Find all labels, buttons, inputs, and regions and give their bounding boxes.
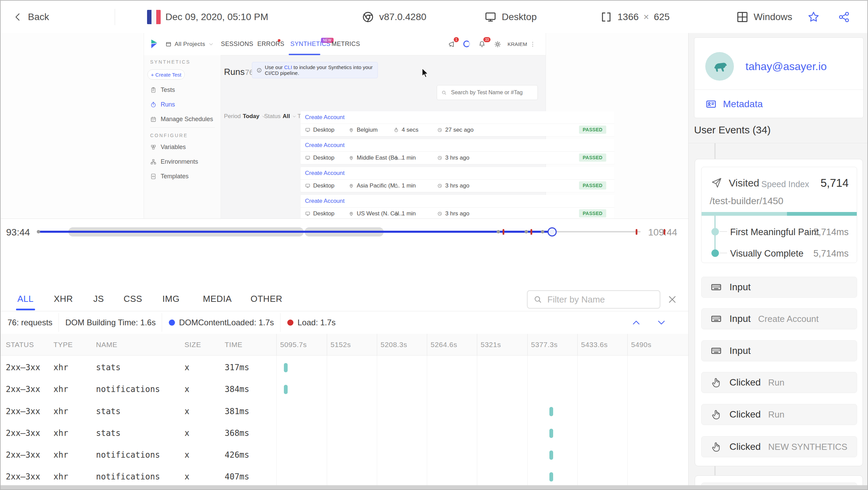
run-name-link[interactable]: Create Account bbox=[305, 198, 344, 205]
request-row[interactable]: 2xx–3xx xhr notifications x 384ms bbox=[1, 378, 688, 400]
captured-site: All Projects SESSIONS ERRORS SYNTHETICS … bbox=[144, 33, 546, 218]
tab-js[interactable]: JS bbox=[93, 288, 104, 310]
error-marker[interactable] bbox=[636, 229, 638, 235]
session-replay-app: Back Dec 09, 2020, 05:10 PM v87.0.4280 D… bbox=[0, 0, 868, 490]
filter-period[interactable]: PeriodToday bbox=[224, 113, 266, 120]
session-date: Dec 09, 2020, 05:10 PM bbox=[147, 1, 268, 33]
share-icon[interactable] bbox=[837, 10, 851, 24]
metric-name: First Meaningful Paint bbox=[730, 227, 819, 238]
visited-label: Visited bbox=[729, 177, 759, 189]
error-marker[interactable] bbox=[531, 229, 532, 235]
playhead[interactable] bbox=[548, 227, 557, 236]
kebab-menu-icon[interactable] bbox=[529, 41, 536, 48]
file-code-icon bbox=[150, 173, 157, 180]
filter-by-name-input[interactable] bbox=[547, 294, 647, 305]
favorite-star-icon[interactable] bbox=[807, 10, 820, 24]
chevron-down-icon[interactable] bbox=[208, 41, 214, 47]
tab-metrics[interactable]: METRICS bbox=[332, 33, 360, 55]
filter-by-name-box[interactable] bbox=[527, 290, 660, 309]
back-label: Back bbox=[28, 12, 49, 22]
cli-link[interactable]: CLI bbox=[284, 64, 292, 70]
windows-icon bbox=[736, 11, 749, 23]
tab-media[interactable]: MEDIA bbox=[203, 288, 232, 310]
tab-xhr[interactable]: XHR bbox=[54, 288, 73, 310]
create-test-button[interactable]: + Create Test bbox=[147, 69, 185, 80]
sidebar-item-manage-schedules[interactable]: Manage Schedules bbox=[150, 116, 213, 123]
tab-errors[interactable]: ERRORS bbox=[257, 33, 284, 55]
dom-building-time: DOM Building Time: 1.6s bbox=[65, 311, 156, 334]
event-input[interactable]: Input bbox=[701, 340, 857, 361]
request-row[interactable]: 2xx–3xx xhr notifications x 407ms bbox=[1, 466, 688, 487]
request-row[interactable]: 2xx–3xx xhr stats x 368ms bbox=[1, 422, 688, 444]
tab-img[interactable]: IMG bbox=[162, 288, 180, 310]
sidebar-item-tests[interactable]: Tests bbox=[150, 86, 175, 94]
tab-sessions[interactable]: SESSIONS bbox=[221, 33, 253, 55]
sidebar-item-environments[interactable]: Environments bbox=[150, 158, 198, 165]
jump-up-icon[interactable] bbox=[630, 317, 642, 328]
cubes-icon bbox=[150, 144, 157, 150]
bottom-scrollbar[interactable] bbox=[1, 485, 867, 490]
avatar bbox=[705, 52, 734, 81]
sidebar-item-runs[interactable]: Runs bbox=[150, 101, 175, 108]
run-card[interactable]: Create Account Desktop Asia Pacific (M..… bbox=[301, 167, 614, 192]
dom-content-loaded: DOMContentLoaded: 1.7s bbox=[169, 311, 274, 334]
project-selector[interactable]: All Projects bbox=[165, 33, 205, 55]
request-row[interactable]: 2xx–3xx xhr stats x 317ms bbox=[1, 357, 688, 378]
runs-search[interactable] bbox=[437, 85, 538, 100]
tab-all[interactable]: ALL bbox=[17, 288, 34, 310]
calendar-icon bbox=[150, 116, 157, 122]
jump-down-icon[interactable] bbox=[656, 317, 667, 328]
gear-icon[interactable] bbox=[494, 40, 502, 48]
waterfall-bar bbox=[549, 472, 553, 481]
back-button[interactable]: Back bbox=[13, 1, 49, 33]
resolution-height: 625 bbox=[654, 12, 670, 22]
metadata-button[interactable]: Metadata bbox=[705, 98, 763, 110]
site-main: Runs 76 Use our CLI to include your Synt… bbox=[221, 55, 546, 218]
errors-dot bbox=[278, 39, 280, 42]
error-marker[interactable] bbox=[503, 229, 504, 235]
sidebar-section-synthetics: SYNTHETICS bbox=[150, 59, 191, 65]
run-name-link[interactable]: Create Account bbox=[305, 170, 344, 177]
user-email[interactable]: tahay@asayer.io bbox=[745, 60, 827, 73]
col-status[interactable]: STATUS bbox=[6, 334, 34, 355]
duration-icon bbox=[393, 127, 399, 133]
tab-css[interactable]: CSS bbox=[124, 288, 142, 310]
event-input[interactable]: Input Create Account bbox=[701, 308, 857, 329]
table-header: STATUS TYPE NAME SIZE TIME 5095.7s 5152s… bbox=[1, 334, 688, 356]
request-row[interactable]: 2xx–3xx xhr notifications x 426ms bbox=[1, 444, 688, 466]
filter-status[interactable]: StatusAll bbox=[264, 113, 296, 120]
request-row[interactable]: 2xx–3xx xhr stats x 381ms bbox=[1, 401, 688, 422]
requests-count: 76: requests bbox=[7, 311, 52, 334]
user-menu[interactable]: KRAIEM bbox=[508, 41, 527, 47]
tab-other[interactable]: OTHER bbox=[251, 288, 283, 310]
mouse-cursor bbox=[421, 68, 430, 78]
event-clicked[interactable]: Clicked NEW SYNTHETICS bbox=[701, 436, 857, 457]
runs-search-input[interactable] bbox=[450, 89, 533, 96]
session-info-panel: tahay@asayer.io Metadata User Events (34… bbox=[688, 33, 868, 490]
col-time[interactable]: TIME bbox=[225, 334, 242, 355]
tab-synthetics[interactable]: SYNTHETICS NEW bbox=[290, 33, 331, 55]
os-label: Windows bbox=[754, 12, 792, 22]
divider bbox=[689, 143, 868, 143]
run-name-link[interactable]: Create Account bbox=[305, 142, 344, 149]
run-card[interactable]: Create Account Desktop Belgium 4 secs 27… bbox=[301, 111, 614, 136]
error-marker[interactable] bbox=[664, 229, 665, 235]
user-events-title: User Events (34) bbox=[694, 124, 771, 136]
event-clicked[interactable]: Clicked Run bbox=[701, 404, 857, 425]
col-name[interactable]: NAME bbox=[96, 334, 117, 355]
col-size[interactable]: SIZE bbox=[184, 334, 201, 355]
event-clicked[interactable]: Clicked Run bbox=[701, 372, 857, 393]
col-type[interactable]: TYPE bbox=[53, 334, 73, 355]
run-card[interactable]: Create Account Desktop US West (N. Cal..… bbox=[301, 195, 614, 218]
event-input[interactable]: Input bbox=[701, 277, 857, 298]
clipboard-icon bbox=[150, 87, 157, 93]
run-name-link[interactable]: Create Account bbox=[305, 114, 344, 121]
sidebar-item-templates[interactable]: Templates bbox=[150, 173, 189, 180]
run-card[interactable]: Create Account Desktop Middle East (Ba..… bbox=[301, 139, 614, 164]
timeline-start-time: 93:44 bbox=[6, 227, 30, 238]
search-icon bbox=[441, 90, 447, 96]
visited-event-card[interactable]: Visited Speed Index 5,714 /test-builder/… bbox=[701, 167, 857, 263]
cli-banner: Use our CLI to include your Synthetics i… bbox=[252, 62, 378, 78]
sidebar-item-variables[interactable]: Variables bbox=[150, 144, 186, 151]
close-panel-icon[interactable] bbox=[666, 294, 678, 305]
